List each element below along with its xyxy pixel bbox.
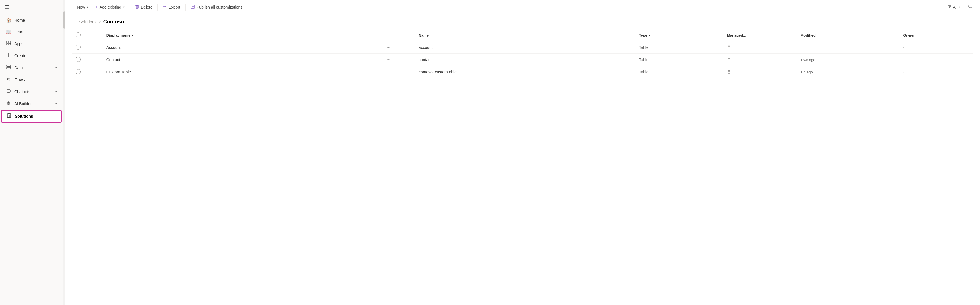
row-more-button[interactable]: ··· [385, 57, 391, 63]
svg-rect-2 [6, 43, 8, 45]
lock-icon [727, 58, 731, 62]
filter-button[interactable]: All ▾ [945, 3, 963, 11]
more-icon: ··· [253, 4, 259, 10]
sort-chevron-icon: ▾ [649, 34, 650, 37]
main-content: + New ▾ + Add existing ▾ Delete Export [65, 0, 980, 305]
display-name-cell: Custom Table [103, 66, 382, 78]
managed-cell [724, 66, 797, 78]
svg-rect-38 [728, 71, 730, 73]
sidebar: ☰ 🏠 Home 📖 Learn Apps Create Data ▾ [0, 0, 63, 305]
modified-cell: 1 h ago [797, 66, 900, 78]
sidebar-item-apps[interactable]: Apps [1, 38, 62, 49]
sidebar-item-create[interactable]: Create [1, 50, 62, 62]
sort-chevron-icon: ▾ [132, 34, 133, 37]
modified-value: 1 wk ago [800, 58, 815, 62]
sidebar-item-label: Apps [14, 41, 57, 46]
sidebar-item-label: Home [14, 18, 57, 22]
owner-cell: - [900, 41, 973, 54]
new-button[interactable]: + New ▾ [70, 3, 91, 11]
type-value: Table [639, 70, 648, 74]
row-more-button[interactable]: ··· [385, 44, 391, 51]
breadcrumb-current: Contoso [103, 19, 124, 25]
create-icon [6, 53, 11, 58]
owner-value: - [903, 45, 904, 50]
row-dots-cell[interactable]: ··· [382, 41, 415, 54]
svg-line-15 [9, 103, 9, 103]
learn-icon: 📖 [6, 29, 11, 35]
search-icon [968, 5, 972, 10]
select-all-checkbox[interactable] [76, 32, 81, 37]
row-checkbox[interactable] [76, 44, 81, 50]
row-select-cell[interactable] [72, 41, 103, 54]
display-name-label: Display name [107, 33, 130, 37]
row-more-button[interactable]: ··· [385, 69, 391, 75]
sidebar-item-home[interactable]: 🏠 Home [1, 14, 62, 26]
managed-label: Managed... [727, 33, 746, 37]
row-dots-cell[interactable]: ··· [382, 66, 415, 78]
select-all-header[interactable] [72, 29, 103, 41]
plus-icon: + [73, 5, 75, 10]
row-checkbox[interactable] [76, 57, 81, 62]
managed-cell [724, 54, 797, 66]
sidebar-item-chatbots[interactable]: Chatbots ▾ [1, 86, 62, 97]
add-existing-button[interactable]: + Add existing ▾ [92, 3, 127, 11]
type-cell: Table [635, 66, 724, 78]
type-label: Type [639, 33, 647, 37]
more-button[interactable]: ··· [250, 2, 262, 12]
delete-button[interactable]: Delete [132, 3, 155, 11]
hamburger-menu[interactable]: ☰ [0, 0, 63, 14]
display-name-sort[interactable]: Display name ▾ [107, 33, 379, 37]
publish-icon [191, 5, 195, 9]
export-button[interactable]: Export [160, 3, 183, 11]
row-checkbox[interactable] [76, 69, 81, 74]
managed-cell [724, 41, 797, 54]
plus-icon: + [95, 5, 98, 10]
sidebar-item-label: Learn [14, 30, 57, 34]
svg-rect-9 [7, 90, 10, 92]
row-select-cell[interactable] [72, 54, 103, 66]
table-row: Account ··· account Table - - [72, 41, 973, 54]
toolbar-right: All ▾ [945, 3, 975, 12]
type-cell: Table [635, 41, 724, 54]
svg-rect-8 [6, 68, 11, 69]
sidebar-item-learn[interactable]: 📖 Learn [1, 26, 62, 37]
type-sort[interactable]: Type ▾ [639, 33, 720, 37]
publish-label: Publish all customizations [197, 5, 242, 9]
owner-cell: - [900, 54, 973, 66]
delete-label: Delete [141, 5, 152, 9]
search-button[interactable] [965, 3, 975, 12]
sidebar-item-solutions[interactable]: Solutions [1, 110, 62, 123]
name-cell: contact [415, 54, 635, 66]
display-name-header[interactable]: Display name ▾ [103, 29, 382, 41]
svg-point-12 [8, 103, 8, 104]
breadcrumb-parent[interactable]: Solutions [79, 19, 97, 24]
toolbar-divider [130, 4, 130, 11]
filter-label: All [953, 5, 958, 9]
svg-rect-3 [9, 43, 11, 45]
table-row: Custom Table ··· contoso_customtable Tab… [72, 66, 973, 78]
chevron-down-icon: ▾ [55, 90, 57, 94]
apps-icon [6, 41, 11, 47]
svg-rect-0 [6, 41, 8, 43]
sidebar-item-flows[interactable]: Flows [1, 74, 62, 85]
new-button-label: New [77, 5, 85, 9]
chevron-down-icon: ▾ [55, 66, 57, 70]
chevron-down-icon: ▾ [123, 5, 124, 9]
filter-chevron-icon: ▾ [959, 5, 960, 9]
modified-cell: - [797, 41, 900, 54]
type-header[interactable]: Type ▾ [635, 29, 724, 41]
svg-line-35 [971, 7, 972, 8]
sidebar-scrollbar[interactable] [63, 0, 65, 305]
toolbar-divider [248, 4, 248, 11]
type-value: Table [639, 57, 648, 62]
svg-point-34 [969, 5, 971, 8]
sidebar-item-data[interactable]: Data ▾ [1, 62, 62, 73]
sidebar-item-aibuilder[interactable]: AI Builder ▾ [1, 98, 62, 109]
sidebar-item-label: Chatbots [14, 89, 52, 94]
sidebar-item-label: Create [14, 54, 57, 58]
modified-header: Modified [797, 29, 900, 41]
row-dots-cell[interactable]: ··· [382, 54, 415, 66]
publish-button[interactable]: Publish all customizations [188, 3, 245, 11]
row-select-cell[interactable] [72, 66, 103, 78]
type-value: Table [639, 45, 648, 50]
